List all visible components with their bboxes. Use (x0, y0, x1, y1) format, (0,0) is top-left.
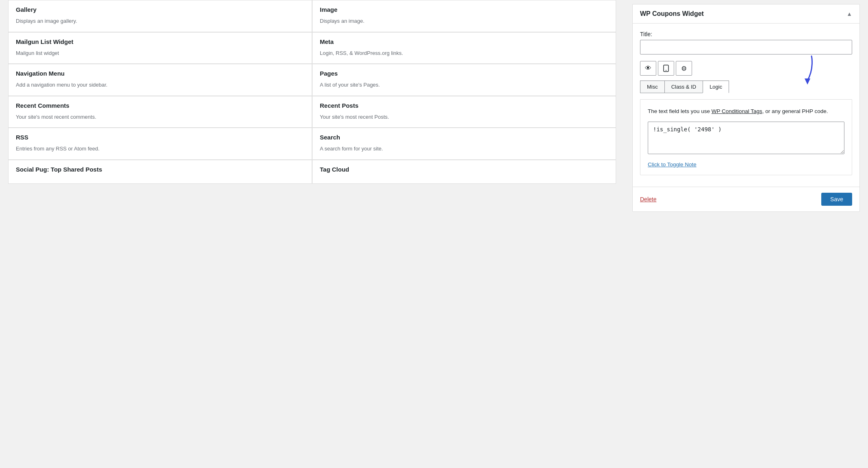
widget-title-meta: Meta (320, 38, 608, 45)
title-label: Title: (640, 31, 852, 37)
widget-desc-navigation-menu: Add a navigation menu to your sidebar. (16, 81, 304, 89)
widget-list: GalleryDisplays an image gallery.ImageDi… (0, 0, 624, 468)
widget-title-navigation-menu: Navigation Menu (16, 70, 304, 77)
widget-title-mailgun-list-widget: Mailgun List Widget (16, 38, 304, 45)
tabs-row: Misc Class & ID Logic (640, 81, 852, 93)
mobile-button[interactable] (658, 61, 674, 76)
widget-desc-meta: Login, RSS, & WordPress.org links. (320, 49, 608, 57)
widget-desc-image: Displays an image. (320, 17, 608, 25)
widget-item-pages: PagesA list of your site's Pages. (312, 64, 616, 96)
logic-description: The text field lets you use WP Condition… (648, 107, 844, 116)
gear-button[interactable]: ⚙ (676, 61, 692, 76)
logic-code-textarea[interactable] (648, 122, 844, 154)
widget-item-recent-posts: Recent PostsYour site's most recent Post… (312, 96, 616, 128)
widget-item-navigation-menu: Navigation MenuAdd a navigation menu to … (8, 64, 312, 96)
logic-tab-content: The text field lets you use WP Condition… (640, 99, 852, 175)
right-panel: WP Coupons Widget ▲ Title: 👁 ⚙ (624, 0, 868, 468)
widget-title-pages: Pages (320, 70, 608, 77)
widget-desc-gallery: Displays an image gallery. (16, 17, 304, 25)
description-part1: The text field lets you use (648, 108, 712, 114)
widget-title-recent-comments: Recent Comments (16, 102, 304, 109)
collapse-icon[interactable]: ▲ (846, 11, 852, 17)
widget-item-rss: RSSEntries from any RSS or Atom feed. (8, 128, 312, 160)
save-button[interactable]: Save (821, 193, 852, 206)
widget-item-search: SearchA search form for your site. (312, 128, 616, 160)
widget-item-social-pug: Social Pug: Top Shared Posts (8, 160, 312, 184)
widget-desc-rss: Entries from any RSS or Atom feed. (16, 145, 304, 153)
icon-toolbar: 👁 ⚙ (640, 61, 852, 76)
widget-item-recent-comments: Recent CommentsYour site's most recent c… (8, 96, 312, 128)
widget-item-mailgun-list-widget: Mailgun List WidgetMailgun list widget (8, 32, 312, 64)
widget-title-social-pug: Social Pug: Top Shared Posts (16, 166, 304, 173)
eye-button[interactable]: 👁 (640, 61, 656, 76)
wp-conditional-tags-link[interactable]: WP Conditional Tags (712, 108, 762, 114)
tab-class-id[interactable]: Class & ID (664, 81, 703, 93)
toggle-note-link[interactable]: Click to Toggle Note (648, 161, 844, 168)
widget-title-gallery: Gallery (16, 6, 304, 13)
widget-item-tag-cloud: Tag Cloud (312, 160, 616, 184)
widget-title-image: Image (320, 6, 608, 13)
svg-point-1 (666, 70, 666, 71)
widget-card-body: Title: 👁 ⚙ (633, 24, 859, 183)
description-part2: , or any general PHP code. (762, 108, 828, 114)
widget-title-search: Search (320, 134, 608, 141)
widget-card: WP Coupons Widget ▲ Title: 👁 ⚙ (632, 4, 860, 212)
widget-title-recent-posts: Recent Posts (320, 102, 608, 109)
widget-item-meta: MetaLogin, RSS, & WordPress.org links. (312, 32, 616, 64)
title-input[interactable] (640, 40, 852, 54)
widget-item-gallery: GalleryDisplays an image gallery. (8, 0, 312, 32)
widget-desc-search: A search form for your site. (320, 145, 608, 153)
widget-desc-recent-posts: Your site's most recent Posts. (320, 113, 608, 121)
widget-item-image: ImageDisplays an image. (312, 0, 616, 32)
widget-card-header: WP Coupons Widget ▲ (633, 4, 859, 24)
widget-title-rss: RSS (16, 134, 304, 141)
delete-button[interactable]: Delete (640, 196, 656, 202)
widget-title-tag-cloud: Tag Cloud (320, 166, 608, 173)
widget-card-footer: Delete Save (633, 187, 859, 211)
widget-card-title: WP Coupons Widget (640, 10, 704, 17)
tab-logic[interactable]: Logic (703, 81, 729, 93)
tab-misc[interactable]: Misc (640, 81, 665, 93)
widget-desc-mailgun-list-widget: Mailgun list widget (16, 49, 304, 57)
widget-desc-pages: A list of your site's Pages. (320, 81, 608, 89)
widget-desc-recent-comments: Your site's most recent comments. (16, 113, 304, 121)
